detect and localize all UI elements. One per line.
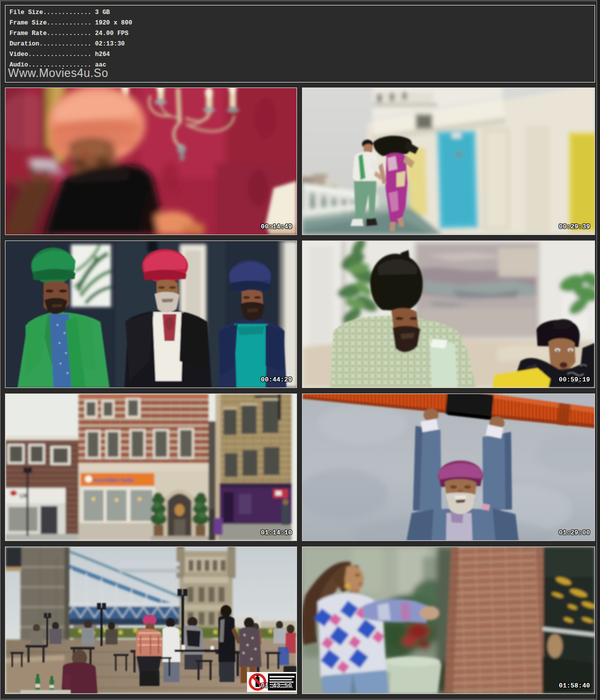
svg-text:Incredible India: Incredible India — [94, 477, 134, 483]
